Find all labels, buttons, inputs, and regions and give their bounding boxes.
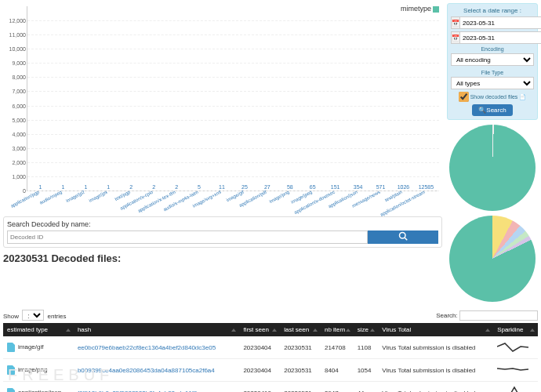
bar-application/x-cpio[interactable]: 2application/x-cpio [143,184,165,191]
file-icon: 📄 [519,94,526,100]
table-row: application/jsonf9f918b6b0a35f5822523b8f… [3,382,538,393]
col-size[interactable]: size [354,323,379,336]
col-hash[interactable]: hash [74,323,239,336]
search-icon: 🔍 [478,107,486,114]
bar-application/json[interactable]: 354application/json [347,184,369,191]
col-estimated-type[interactable]: estimated type [3,323,74,336]
table-row: image/gifee0bc079e6baeb22cf8ec1364a4bef2… [3,336,538,359]
col-Virus-Total[interactable]: Virus Total [378,323,493,336]
svg-point-0 [400,233,406,239]
encoding-label: Encoding [451,46,534,52]
pie-chart-2 [449,216,536,302]
mimetype-bar-chart: mimetype 01,0002,0003,0004,0005,0006,000… [3,3,442,215]
hash-link[interactable]: f9f918b6b0a35f5822523b8fc4eb82cda11f9 [78,390,198,393]
decoded-id-input[interactable] [7,230,368,244]
bar-text/plain[interactable]: 1026text/plain [392,184,415,191]
file-icon [7,343,15,352]
show-decoded-input[interactable] [459,92,469,102]
bar-image/jp2[interactable]: 1image/jp2 [74,184,97,191]
bar-image/svg+xml[interactable]: 11image/svg+xml [211,184,234,191]
file-icon [7,388,15,392]
entries-length: Show 10 entries [3,310,67,321]
search-decoded-title: Search Decoded by name: [7,220,438,228]
calendar-icon: 📅 [451,31,460,44]
bar-image/jpx[interactable]: 1image/jpx [97,184,120,191]
bar-audio/mpeg[interactable]: 1audio/mpeg [52,184,74,191]
bar-image/gif[interactable]: 25image/gif [233,184,256,191]
decoded-search-button[interactable] [368,230,438,244]
pie-chart-1 [449,125,536,211]
hash-link[interactable]: ee0bc079e6baeb22cf8ec1364a4bef2d840dc3e0… [78,344,216,351]
col-last-seen[interactable]: last seen [280,323,321,336]
table-search-input[interactable] [459,310,538,321]
calendar-icon: 📅 [451,16,460,29]
col-first-seen[interactable]: first seen [239,323,280,336]
bar-application/octet-stream[interactable]: 12585application/octet-stream [415,184,438,191]
hash-link[interactable]: b009399ce4aa0e82086453da04a887105ca2f6a4 [78,367,215,374]
date-from-input[interactable] [460,16,541,29]
table-search: Search: [436,310,538,321]
bar-audio/x-mp4a-latm[interactable]: 5audio/x-mp4a-latm [188,184,211,191]
sparkline [493,336,538,359]
bar-text/pgp[interactable]: 2text/pgp [120,184,143,191]
col-nb-item[interactable]: nb item [321,323,354,336]
search-decoded-panel: Search Decoded by name: [3,216,442,248]
table-row: image/pngb009399ce4aa0e82086453da04a8871… [3,359,538,382]
bar-image/png[interactable]: 58image/png [278,184,301,191]
sparkline [493,382,538,393]
bar-message/news[interactable]: 571message/news [369,184,392,191]
bar-application/pgp[interactable]: 1application/pgp [29,184,52,191]
filetype-label: File Type [451,70,534,75]
show-decoded-checkbox[interactable]: Show decoded files 📄 [451,92,534,102]
entries-select[interactable]: 10 [22,310,44,321]
decoded-files-table: estimated typehashfirst seenlast seennb … [3,323,538,392]
bar-image/jpeg[interactable]: 65image/jpeg [301,184,324,191]
filter-panel: Select a date range : 📅 📅 Encoding All e… [447,3,538,120]
date-to-input[interactable] [460,31,541,44]
file-icon [7,365,15,375]
filter-search-button[interactable]: 🔍Search [472,104,512,116]
col-Sparkline[interactable]: Sparkline [493,323,538,336]
sparkline [493,359,538,382]
decoded-files-heading: 20230531 Decoded files: [3,252,442,264]
bar-application/pdf[interactable]: 27application/pdf [256,184,278,191]
svg-line-1 [405,238,407,240]
filetype-select[interactable]: All types [451,77,534,89]
bar-application/x-dosexec[interactable]: 151application/x-dosexec [324,184,347,191]
filter-title: Select a date range : [451,7,534,14]
encoding-select[interactable]: All encoding [451,53,534,66]
bar-application/x-tex-tfm[interactable]: 2application/x-tex-tfm [165,184,188,191]
